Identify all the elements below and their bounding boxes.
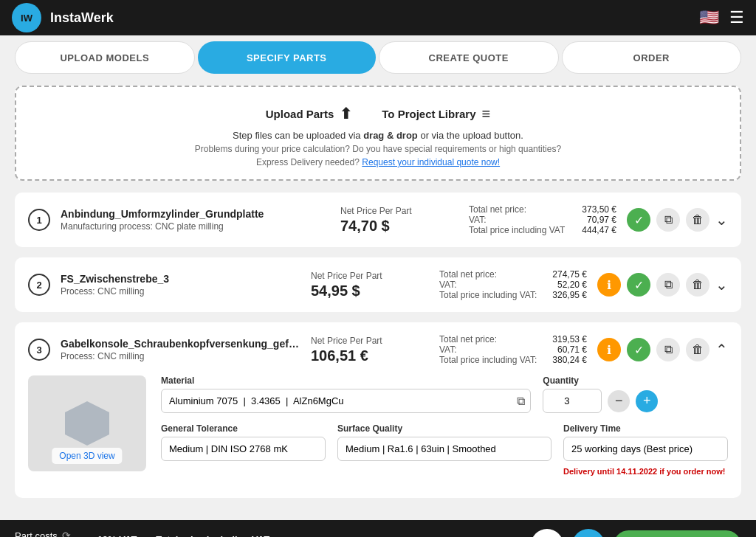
delete-button-2[interactable]: 🗑 bbox=[686, 273, 709, 297]
part-header-1: 1 Anbindung_Umformzylinder_Grundplatte M… bbox=[28, 204, 728, 235]
copy-button-2[interactable]: ⧉ bbox=[656, 273, 680, 297]
part-number-1: 1 bbox=[28, 209, 50, 231]
form-row-1: Material ⧉ Quantity − + bbox=[161, 375, 728, 413]
price-label-2: Net Price Per Part bbox=[311, 271, 382, 281]
header: IW InstaWerk 🇺🇸 ☰ bbox=[0, 0, 756, 35]
part-name-3: Gabelkonsole_Schraubenkopfversenkung_gef… bbox=[61, 338, 300, 350]
approve-button-1[interactable]: ✓ bbox=[627, 208, 650, 232]
part-info-2: FS_Zwischenstrebe_3 Process: CNC milling bbox=[61, 273, 300, 297]
tolerance-group: General Tolerance Medium | DIN ISO 2768 … bbox=[161, 423, 326, 476]
layers-icon: ≡ bbox=[482, 105, 491, 122]
upload-parts-label: Upload Parts bbox=[266, 108, 334, 120]
part-expanded-3: Open 3D view Material ⧉ Quantity bbox=[28, 375, 728, 486]
footer-total: Total price including VAT 1.124,74 $ bbox=[156, 534, 269, 537]
part-number-2: 2 bbox=[28, 274, 50, 296]
copy-material-icon[interactable]: ⧉ bbox=[517, 395, 525, 408]
open-3d-button[interactable]: Open 3D view bbox=[52, 448, 122, 464]
part-header-3: 3 Gabelkonsole_Schraubenkopfversenkung_g… bbox=[28, 334, 728, 365]
quantity-label: Quantity bbox=[543, 375, 728, 386]
material-input-wrapper: ⧉ bbox=[161, 389, 531, 413]
part-name-2: FS_Zwischenstrebe_3 bbox=[61, 273, 300, 285]
3d-model-icon bbox=[65, 401, 109, 446]
footer-vat: 19% VAT 179,58 $ bbox=[97, 534, 137, 537]
copy-button-1[interactable]: ⧉ bbox=[656, 208, 680, 232]
quantity-input[interactable] bbox=[543, 389, 602, 413]
part-info-3: Gabelkonsole_Schraubenkopfversenkung_gef… bbox=[61, 338, 300, 361]
to-project-library-button[interactable]: To Project Library ≡ bbox=[382, 105, 490, 122]
part-actions-1: ✓ ⧉ 🗑 ⌄ bbox=[627, 208, 728, 232]
footer-part-costs: Part costs ⟳ 945,16 $ bbox=[15, 530, 78, 537]
part-process-2: Process: CNC milling bbox=[61, 286, 300, 297]
footer-delete-button[interactable]: 🗑 bbox=[531, 529, 563, 537]
step-specify-parts[interactable]: SPECIFY PARTS bbox=[198, 41, 377, 74]
footer-right: 🗑 💾 Go To Quotation bbox=[531, 529, 741, 537]
hamburger-menu-icon[interactable]: ☰ bbox=[729, 8, 744, 27]
part-form-3: Material ⧉ Quantity − + bbox=[161, 375, 728, 486]
delete-button-3[interactable]: 🗑 bbox=[686, 338, 709, 361]
expand-button-2[interactable]: ⌄ bbox=[715, 276, 728, 294]
delivery-select[interactable]: 25 working days (Best price) bbox=[563, 437, 728, 461]
material-input[interactable] bbox=[161, 389, 531, 413]
step-order[interactable]: ORDER bbox=[562, 41, 742, 74]
part-actions-3: ℹ ✓ ⧉ 🗑 ⌃ bbox=[597, 338, 728, 361]
step-upload-models[interactable]: UPLOAD MODELS bbox=[15, 41, 195, 74]
part-pricing-2: Net Price Per Part 54,95 $ bbox=[311, 271, 407, 299]
price-value-3: 106,51 € bbox=[311, 347, 368, 364]
delete-button-1[interactable]: 🗑 bbox=[686, 208, 709, 232]
surface-label: Surface Quality bbox=[337, 423, 551, 434]
main-content: Upload Parts ⬆ To Project Library ≡ Step… bbox=[0, 74, 756, 520]
logo-circle: IW bbox=[12, 3, 41, 32]
info-button-3[interactable]: ℹ bbox=[597, 338, 621, 361]
part-card-1: 1 Anbindung_Umformzylinder_Grundplatte M… bbox=[15, 193, 741, 247]
upload-parts-button[interactable]: Upload Parts ⬆ bbox=[266, 105, 353, 122]
part-pricing-1: Net Price Per Part 74,70 $ bbox=[340, 206, 436, 235]
logo: IW InstaWerk bbox=[12, 3, 114, 32]
upload-box: Upload Parts ⬆ To Project Library ≡ Step… bbox=[15, 86, 741, 181]
delivery-date: 14.11.2022 bbox=[616, 467, 657, 476]
delivery-label: Delivery Time bbox=[563, 423, 728, 434]
go-to-quotation-button[interactable]: Go To Quotation bbox=[614, 530, 741, 538]
approve-button-3[interactable]: ✓ bbox=[627, 338, 650, 361]
upload-desc: Step files can be uploaded via drag & dr… bbox=[31, 130, 725, 141]
part-totals-3: Total net price:319,53 € VAT:60,71 € Tot… bbox=[439, 334, 587, 365]
price-value-1: 74,70 $ bbox=[340, 218, 390, 235]
quantity-minus-button[interactable]: − bbox=[608, 390, 630, 412]
delivery-group: Delivery Time 25 working days (Best pric… bbox=[563, 423, 728, 476]
tolerance-label: General Tolerance bbox=[161, 423, 326, 434]
quantity-control: − + bbox=[543, 389, 728, 413]
refresh-icon: ⟳ bbox=[62, 530, 71, 537]
part-header-2: 2 FS_Zwischenstrebe_3 Process: CNC milli… bbox=[28, 269, 728, 300]
footer-save-button[interactable]: 💾 bbox=[572, 529, 605, 537]
flag-icon[interactable]: 🇺🇸 bbox=[699, 8, 719, 27]
copy-button-3[interactable]: ⧉ bbox=[656, 338, 680, 361]
material-label: Material bbox=[161, 375, 531, 386]
part-card-3: 3 Gabelkonsole_Schraubenkopfversenkung_g… bbox=[15, 322, 741, 498]
step-create-quote[interactable]: CREATE QUOTE bbox=[379, 41, 559, 74]
part-costs-label: Part costs bbox=[15, 530, 58, 538]
part-process-1: Manufacturing process: CNC plate milling bbox=[61, 221, 330, 232]
expand-button-1[interactable]: ⌄ bbox=[715, 211, 728, 229]
info-button-2[interactable]: ℹ bbox=[597, 273, 621, 297]
part-actions-2: ℹ ✓ ⧉ 🗑 ⌄ bbox=[597, 273, 728, 297]
surface-group: Surface Quality Medium | Ra1.6 | 63uin |… bbox=[337, 423, 551, 476]
form-row-2: General Tolerance Medium | DIN ISO 2768 … bbox=[161, 423, 728, 476]
part-name-1: Anbindung_Umformzylinder_Grundplatte bbox=[61, 208, 330, 220]
footer-left: Part costs ⟳ 945,16 $ 19% VAT 179,58 $ T… bbox=[15, 530, 269, 537]
upload-sub: Problems during your price calculation? … bbox=[31, 144, 725, 154]
tolerance-select[interactable]: Medium | DIN ISO 2768 mK bbox=[161, 437, 326, 461]
part-totals-1: Total net price:373,50 € VAT:70,97 € Tot… bbox=[469, 204, 616, 235]
price-label-1: Net Price Per Part bbox=[340, 206, 412, 216]
quantity-group: Quantity − + bbox=[543, 375, 728, 413]
quantity-plus-button[interactable]: + bbox=[636, 390, 658, 412]
material-group: Material ⧉ bbox=[161, 375, 531, 413]
part-pricing-3: Net Price Per Part 106,51 € bbox=[311, 336, 407, 364]
price-value-2: 54,95 $ bbox=[311, 283, 360, 299]
part-totals-2: Total net price:274,75 € VAT:52,20 € Tot… bbox=[439, 269, 587, 300]
footer: Part costs ⟳ 945,16 $ 19% VAT 179,58 $ T… bbox=[0, 520, 756, 537]
surface-select[interactable]: Medium | Ra1.6 | 63uin | Smoothed bbox=[337, 437, 551, 461]
individual-quote-link[interactable]: Request your individual quote now! bbox=[362, 157, 500, 167]
approve-button-2[interactable]: ✓ bbox=[627, 273, 650, 297]
header-right: 🇺🇸 ☰ bbox=[699, 8, 744, 27]
upload-icon: ⬆ bbox=[340, 105, 352, 122]
collapse-button-3[interactable]: ⌃ bbox=[715, 341, 728, 358]
